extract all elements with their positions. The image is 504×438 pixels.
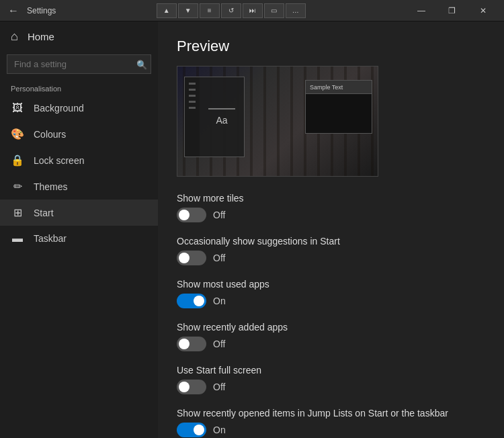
sidebar-item-colours[interactable]: 🎨 Colours — [0, 121, 158, 147]
start-dot-1 — [189, 83, 196, 85]
titlebar-left: ← Settings — [5, 3, 56, 19]
start-preview-left — [185, 77, 200, 157]
start-dot-5 — [189, 107, 196, 109]
start-dot-4 — [189, 101, 196, 103]
preview-container: Aa Sample Text — [177, 66, 378, 177]
search-icon[interactable]: 🔍 — [136, 59, 147, 69]
sidebar-section-title: Personalisation — [0, 79, 158, 95]
colours-label: Colours — [34, 129, 66, 140]
background-label: Background — [34, 103, 84, 114]
toggle-status-1: Off — [213, 253, 225, 263]
start-icon: ⊞ — [11, 206, 24, 219]
sample-text-header: Sample Text — [306, 81, 372, 94]
start-menu-preview: Aa — [184, 77, 245, 157]
start-dot-2 — [189, 89, 196, 91]
themes-label: Themes — [34, 181, 68, 192]
setting-label-5: Show recently opened items in Jump Lists… — [177, 408, 485, 419]
setting-label-0: Show more tiles — [177, 193, 485, 204]
toggle-4[interactable] — [177, 380, 206, 394]
sample-text-panel: Sample Text — [305, 80, 372, 134]
toggle-status-4: Off — [213, 382, 225, 392]
maximize-button[interactable]: ❐ — [437, 0, 468, 21]
toolbar-btn-7[interactable]: … — [286, 3, 306, 18]
toggle-knob-5 — [194, 425, 204, 435]
toggle-row-1: Off — [177, 251, 485, 265]
home-label: Home — [28, 31, 54, 42]
toggle-row-3: Off — [177, 337, 485, 351]
toggle-knob-3 — [179, 339, 190, 349]
colours-icon: 🎨 — [11, 128, 24, 140]
sidebar-item-themes[interactable]: ✏ Themes — [0, 173, 158, 200]
setting-label-3: Show recently added apps — [177, 322, 485, 333]
back-button[interactable]: ← — [5, 3, 22, 19]
setting-show-most-used: Show most used apps On — [177, 279, 485, 308]
setting-label-1: Occasionally show suggestions in Start — [177, 236, 485, 247]
toggle-knob-0 — [179, 210, 190, 220]
taskbar-label: Taskbar — [34, 233, 67, 244]
app-title: Settings — [27, 6, 56, 15]
setting-show-suggestions: Occasionally show suggestions in Start O… — [177, 236, 485, 265]
start-aa-label: Aa — [216, 115, 227, 126]
toggle-knob-2 — [194, 296, 204, 306]
start-line-1 — [208, 108, 235, 110]
sidebar-item-taskbar[interactable]: ▬ Taskbar — [0, 226, 158, 251]
toggle-status-0: Off — [213, 210, 225, 220]
setting-label-4: Use Start full screen — [177, 365, 485, 376]
toggle-row-0: Off — [177, 208, 485, 222]
sidebar-item-start[interactable]: ⊞ Start — [0, 200, 158, 226]
toggle-2[interactable] — [177, 294, 206, 308]
taskbar-icon: ▬ — [11, 232, 24, 245]
search-box: 🔍 — [7, 54, 151, 74]
toggle-status-3: Off — [213, 339, 225, 349]
toggle-status-5: On — [213, 425, 226, 435]
setting-label-2: Show most used apps — [177, 279, 485, 290]
toggle-row-5: On — [177, 423, 485, 437]
toolbar-btn-6[interactable]: ▭ — [264, 3, 284, 18]
start-preview-right: Aa — [200, 77, 244, 157]
toggle-5[interactable] — [177, 423, 206, 437]
home-icon: ⌂ — [11, 30, 18, 44]
setting-show-recently-added: Show recently added apps Off — [177, 322, 485, 351]
page-title: Preview — [177, 38, 485, 55]
lock-screen-label: Lock screen — [34, 155, 84, 166]
search-input[interactable] — [7, 54, 151, 74]
toggle-status-2: On — [213, 296, 226, 306]
preview-background: Aa Sample Text — [177, 67, 378, 176]
toggle-3[interactable] — [177, 337, 206, 351]
toggle-row-2: On — [177, 294, 485, 308]
sample-text-label: Sample Text — [310, 84, 343, 91]
sidebar-item-lock-screen[interactable]: 🔒 Lock screen — [0, 147, 158, 173]
sample-text-body — [306, 94, 372, 133]
toolbar: ▲ ▼ ≡ ↺ ⏭ ▭ … — [157, 3, 306, 18]
toggle-0[interactable] — [177, 208, 206, 222]
titlebar: ← Settings ▲ ▼ ≡ ↺ ⏭ ▭ … — ❐ ✕ — [0, 0, 504, 21]
app-container: ⌂ Home 🔍 Personalisation 🖼 Background 🎨 … — [0, 21, 504, 438]
toolbar-btn-3[interactable]: ≡ — [200, 3, 220, 18]
toggle-row-4: Off — [177, 380, 485, 394]
lock-screen-icon: 🔒 — [11, 154, 24, 167]
setting-show-recently-opened: Show recently opened items in Jump Lists… — [177, 408, 485, 437]
setting-show-more-tiles: Show more tiles Off — [177, 193, 485, 222]
window-controls: — ❐ ✕ — [406, 0, 499, 21]
content-area: Preview Aa — [158, 21, 504, 438]
start-dot-3 — [189, 95, 196, 97]
close-button[interactable]: ✕ — [468, 0, 499, 21]
toggle-1[interactable] — [177, 251, 206, 265]
sidebar: ⌂ Home 🔍 Personalisation 🖼 Background 🎨 … — [0, 21, 158, 438]
minimize-button[interactable]: — — [406, 0, 437, 21]
setting-use-full-screen: Use Start full screen Off — [177, 365, 485, 394]
sidebar-item-background[interactable]: 🖼 Background — [0, 95, 158, 121]
themes-icon: ✏ — [11, 180, 24, 193]
background-icon: 🖼 — [11, 102, 24, 114]
start-preview-inner: Aa — [185, 77, 244, 157]
toggle-knob-1 — [179, 253, 190, 263]
toolbar-btn-5[interactable]: ⏭ — [243, 3, 263, 18]
toolbar-btn-1[interactable]: ▲ — [157, 3, 177, 18]
sidebar-item-home[interactable]: ⌂ Home — [0, 21, 158, 52]
toggle-knob-4 — [179, 382, 190, 392]
start-label: Start — [34, 208, 54, 218]
toolbar-btn-2[interactable]: ▼ — [178, 3, 198, 18]
toolbar-btn-4[interactable]: ↺ — [221, 3, 241, 18]
